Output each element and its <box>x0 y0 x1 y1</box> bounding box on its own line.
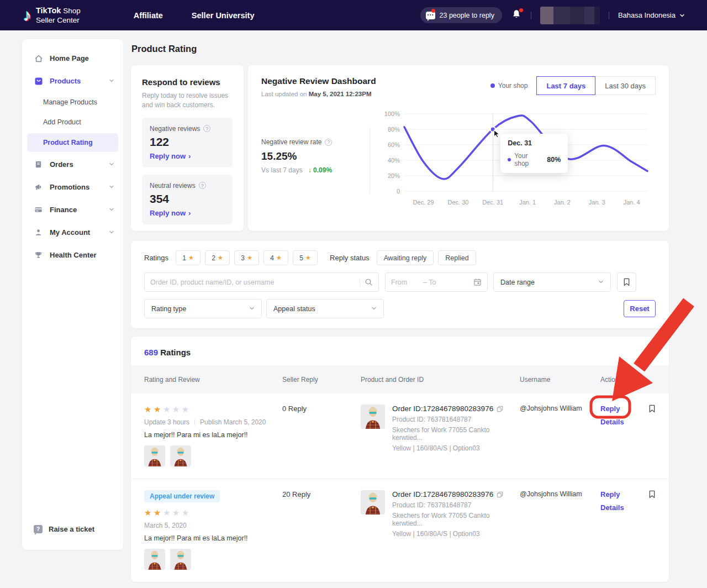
neutral-reviews-label: Neutral reviews <box>150 182 196 190</box>
product-cell: Order ID:17284678980283976 Product ID: 7… <box>361 405 520 452</box>
sidebar-item-health-center[interactable]: Health Center <box>22 244 123 266</box>
ticket-question-icon: ? <box>34 525 43 533</box>
respond-to-reviews-card: Respond to reviews Reply today to resolv… <box>131 65 244 231</box>
sidebar-item-label: Home Page <box>50 54 89 62</box>
help-icon[interactable]: ? <box>203 125 210 132</box>
product-variants: Yellow | 160/80A/S | Option03 <box>392 530 520 538</box>
filter-5-star-button[interactable]: 5★ <box>293 250 318 265</box>
tooltip-dot-icon <box>508 158 511 161</box>
details-action-link[interactable]: Details <box>600 418 635 426</box>
sidebar-item-products[interactable]: Products <box>22 70 123 92</box>
help-icon[interactable]: ? <box>199 182 206 189</box>
sidebar-item-orders[interactable]: Orders <box>22 153 123 176</box>
raise-ticket-label: Raise a ticket <box>49 525 94 533</box>
svg-text:60%: 60% <box>388 141 400 148</box>
filters-card: Ratings 1★ 2★ 3★ 4★ 5★ Reply status Awai… <box>131 241 669 328</box>
svg-text:Dec. 31: Dec. 31 <box>482 199 503 206</box>
raise-a-ticket-button[interactable]: ? Raise a ticket <box>22 518 123 540</box>
user-account-redacted[interactable] <box>540 7 600 24</box>
rating-type-value: Rating type <box>151 305 186 313</box>
last-updated: Last updated on May 5, 2021 12:23PM <box>261 91 376 97</box>
replied-filter-button[interactable]: Replied <box>438 250 476 265</box>
filter-3-star-button[interactable]: 3★ <box>234 250 259 265</box>
neutral-reviews-box: Neutral reviews? 354 Reply now› <box>142 175 233 224</box>
top-navbar: ♪ TikTok Shop Seller Center Affiliate Se… <box>0 0 707 30</box>
sidebar-item-manage-products[interactable]: Manage Products <box>22 92 123 112</box>
last-7-days-button[interactable]: Last 7 days <box>536 76 595 95</box>
col-username: Username <box>520 376 600 384</box>
sidebar: Home Page Products Manage Products Add P… <box>22 39 123 550</box>
svg-text:40%: 40% <box>388 157 400 164</box>
sidebar-item-finance[interactable]: Finance <box>22 198 123 221</box>
product-thumbnail[interactable] <box>361 490 385 514</box>
star-count: 4 <box>270 254 274 262</box>
copy-icon[interactable] <box>497 491 503 498</box>
neutral-reply-now-link[interactable]: Reply now› <box>150 209 225 217</box>
sidebar-item-label: Finance <box>50 206 77 214</box>
last-30-days-button[interactable]: Last 30 days <box>595 76 656 95</box>
saved-filter-bookmark-button[interactable] <box>617 272 636 292</box>
sidebar-item-label: Orders <box>50 160 73 169</box>
negative-reviews-count: 122 <box>150 135 225 149</box>
star-count: 1 <box>182 254 186 262</box>
reply-action-link[interactable]: Reply <box>600 405 635 413</box>
line-chart[interactable]: 100%80%60%40%20%0Dec. 29Dec. 30Dec. 31Ja… <box>378 107 656 216</box>
negative-reviews-label: Negative reviews <box>150 125 200 133</box>
tiktok-logo[interactable]: ♪ TikTok Shop Seller Center <box>23 6 81 25</box>
review-publish-date: March 5, 2020 <box>144 522 187 529</box>
sidebar-item-my-account[interactable]: My Account <box>22 221 123 244</box>
language-selector[interactable]: Bahasa Indonesia <box>618 11 685 19</box>
people-to-reply-badge[interactable]: 23 people to reply <box>420 7 502 23</box>
stat-value: 15.25% <box>261 150 370 162</box>
appeal-status-select[interactable]: Appeal status <box>266 299 384 318</box>
order-id: Order ID:17284678980283976 <box>392 490 493 498</box>
chevron-down-icon <box>109 160 114 169</box>
search-input[interactable] <box>150 279 360 286</box>
details-action-link[interactable]: Details <box>600 503 635 512</box>
rating-review-cell: Appeal under review ★★★★★ March 5, 2020 … <box>144 490 282 570</box>
nav-affiliate[interactable]: Affiliate <box>134 11 163 20</box>
sidebar-item-promotions[interactable]: Promotions <box>22 176 123 198</box>
sidebar-item-product-rating[interactable]: Product Rating <box>27 133 118 152</box>
copy-icon[interactable] <box>497 406 503 412</box>
sidebar-item-add-product[interactable]: Add Product <box>22 112 123 132</box>
filter-1-star-button[interactable]: 1★ <box>176 250 201 265</box>
stat-comparison-label: Vs last 7 days <box>261 166 303 174</box>
reply-status-label: Reply status <box>330 254 370 262</box>
nav-seller-university[interactable]: Seller University <box>192 11 255 20</box>
review-photo[interactable] <box>144 445 165 466</box>
chevron-down-icon <box>109 77 114 85</box>
filter-2-star-button[interactable]: 2★ <box>205 250 230 265</box>
reply-action-link[interactable]: Reply <box>600 490 635 498</box>
svg-text:100%: 100% <box>384 111 400 117</box>
date-from-input[interactable] <box>391 279 423 286</box>
divider <box>370 127 370 193</box>
col-rating-and-review: Rating and Review <box>144 376 282 384</box>
review-photo[interactable] <box>144 549 165 570</box>
filter-4-star-button[interactable]: 4★ <box>263 250 288 265</box>
ratings-count-header: 689 Ratings <box>131 337 669 366</box>
awaiting-reply-filter-button[interactable]: Awaiting reply <box>377 250 434 265</box>
search-icon[interactable] <box>365 278 373 286</box>
reset-button[interactable]: Reset <box>624 300 656 317</box>
review-photo[interactable] <box>170 549 191 570</box>
bookmark-row-button[interactable] <box>648 405 656 415</box>
negative-reply-now-link[interactable]: Reply now› <box>150 152 225 160</box>
product-thumbnail[interactable] <box>361 405 385 429</box>
appeal-status-value: Appeal status <box>273 305 315 313</box>
username: @Johsjohns William <box>520 405 600 412</box>
search-box <box>144 272 379 292</box>
rating-type-select[interactable]: Rating type <box>144 299 262 318</box>
review-photo[interactable] <box>170 445 191 466</box>
home-icon <box>34 54 43 63</box>
review-text: La mejor!! Para mi es laLa mejor!! <box>144 431 282 439</box>
notifications-bell-button[interactable] <box>511 9 522 22</box>
sidebar-item-home[interactable]: Home Page <box>22 47 123 70</box>
bookmark-row-button[interactable] <box>648 490 656 501</box>
tooltip-title: Dec. 31 <box>508 139 561 147</box>
date-range-select[interactable]: Date range <box>493 272 611 292</box>
calendar-icon[interactable] <box>473 278 482 286</box>
product-id: Product ID: 763781648787 <box>392 416 520 423</box>
help-icon[interactable]: ? <box>325 139 332 146</box>
date-to-input[interactable] <box>423 279 473 286</box>
